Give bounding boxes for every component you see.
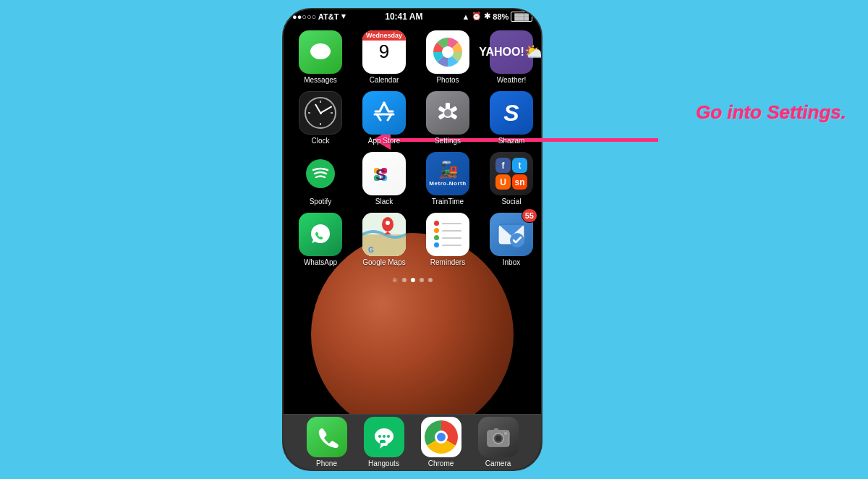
page-dots: ⊕ <box>284 274 541 287</box>
svg-point-32 <box>387 435 390 438</box>
app-whatsapp[interactable]: WhatsApp <box>292 213 349 266</box>
app-appstore[interactable]: App Store <box>356 91 412 145</box>
app-clock[interactable]: Clock <box>292 91 349 145</box>
svg-point-31 <box>383 435 386 438</box>
battery-icon: ▓▓▓ <box>511 12 532 22</box>
status-bar: ●●○○○ AT&T ▾ 10:41 AM ▲ ⏰ ✱ 88% ▓▓▓ <box>284 9 541 23</box>
alarm-icon: ⏰ <box>472 12 482 21</box>
svg-point-36 <box>495 436 501 441</box>
svg-text:S: S <box>375 166 386 184</box>
app-slack[interactable]: S Slack <box>356 152 412 205</box>
dock-chrome[interactable]: Chrome <box>421 417 461 467</box>
app-settings[interactable]: Settings <box>420 91 476 145</box>
svg-rect-37 <box>494 428 498 431</box>
dock-hangouts[interactable]: Hangouts <box>364 417 404 467</box>
svg-point-10 <box>444 109 451 116</box>
page-dot-2[interactable] <box>420 278 424 282</box>
svg-rect-5 <box>446 103 450 109</box>
phone-shell: ●●○○○ AT&T ▾ 10:41 AM ▲ ⏰ ✱ 88% ▓▓▓ <box>282 8 542 471</box>
svg-point-0 <box>310 43 331 59</box>
page-dot-1[interactable] <box>411 278 415 282</box>
gps-icon: ▲ <box>461 12 469 21</box>
wifi-icon: ▾ <box>341 12 346 21</box>
app-traintime[interactable]: 🚂 Metro-North TrainTime <box>420 152 476 205</box>
app-google-maps[interactable]: G Google Maps <box>356 213 412 266</box>
page-dot-3[interactable] <box>428 278 433 282</box>
app-messages[interactable]: Messages <box>292 30 349 84</box>
bluetooth-icon: ✱ <box>484 12 490 21</box>
svg-point-2 <box>442 46 454 58</box>
app-reminders[interactable]: Reminders <box>420 213 476 266</box>
battery-text: 88% <box>493 12 509 21</box>
svg-point-20 <box>386 221 390 225</box>
app-spotify[interactable]: Spotify <box>292 152 349 205</box>
svg-point-30 <box>378 435 381 438</box>
dock-phone[interactable]: Phone <box>307 417 347 467</box>
carrier-text: ●●○○○ AT&T <box>292 12 339 21</box>
page-dot-0[interactable] <box>402 278 407 282</box>
app-shazam[interactable]: S Shazam <box>483 91 540 145</box>
svg-point-38 <box>504 432 507 435</box>
dock-camera[interactable]: Camera <box>478 417 519 467</box>
app-calendar[interactable]: Wednesday 9 Calendar <box>356 30 412 84</box>
annotation-text: Go into Settings. <box>696 101 846 124</box>
app-photos[interactable]: Photos <box>420 30 476 84</box>
app-social[interactable]: f t U sn Social <box>483 152 540 205</box>
dock: Phone Hangouts <box>284 414 541 470</box>
app-inbox[interactable]: 55 Inbox <box>483 213 540 266</box>
svg-text:G: G <box>368 246 374 254</box>
app-weather[interactable]: YAHOO! ⛅ Weather! <box>483 30 540 84</box>
time-display: 10:41 AM <box>385 12 422 22</box>
